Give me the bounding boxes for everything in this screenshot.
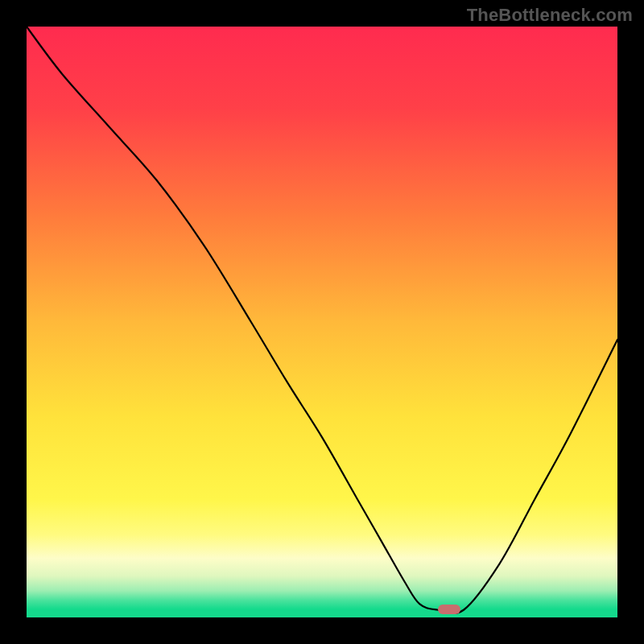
curve-path [27,27,617,613]
bottleneck-curve [27,27,617,617]
chart-container: TheBottleneck.com [0,0,644,644]
optimal-marker [438,605,460,614]
watermark-text: TheBottleneck.com [467,5,633,26]
